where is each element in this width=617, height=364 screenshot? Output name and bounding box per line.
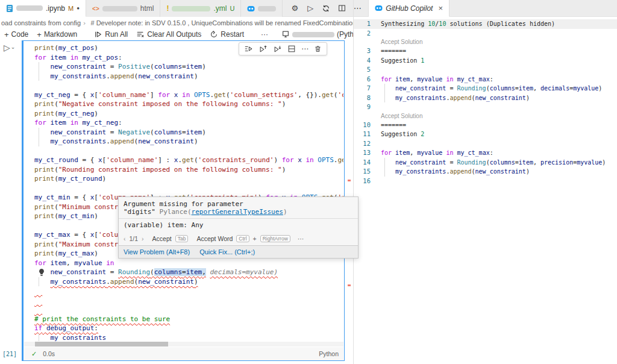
variable-info: (variable) item: Any bbox=[124, 221, 353, 229]
run-cell-button[interactable]: ▷ ⌄ bbox=[4, 43, 15, 52]
line-number: 1 bbox=[354, 19, 371, 29]
code-line[interactable] bbox=[34, 296, 343, 306]
add-code-cell-button[interactable]: + Code bbox=[4, 30, 28, 39]
code-line[interactable]: 12 bbox=[354, 139, 617, 149]
tab-notebook[interactable]: .ipynb M ● bbox=[0, 0, 86, 17]
code-line[interactable] bbox=[34, 184, 343, 193]
line-number: 14 bbox=[354, 158, 371, 168]
restart-kernel-button[interactable]: Restart bbox=[210, 30, 244, 39]
notebook-icon bbox=[6, 4, 13, 13]
code-line[interactable]: 15 my_constraints.append(new_constraint) bbox=[354, 167, 617, 177]
code-line[interactable]: for item in my_ct_pos: bbox=[34, 53, 343, 63]
code-line[interactable]: 13for item, myvalue in my_ct_max: bbox=[354, 148, 617, 158]
line-number: 8 bbox=[354, 93, 371, 103]
code-line[interactable]: if debug_output: bbox=[34, 324, 343, 333]
code-line[interactable]: print(my_ct_neg) bbox=[34, 109, 343, 119]
code-line[interactable]: 3======= bbox=[354, 46, 617, 56]
accept-solution-codelens[interactable]: Accept Solution bbox=[381, 38, 617, 46]
code-line[interactable]: new_constraint = Positive(columns=item) bbox=[34, 62, 343, 72]
add-markdown-cell-button[interactable]: + Markdown bbox=[37, 30, 77, 39]
code-line[interactable]: new_constraint = Rounding(columns=item, … bbox=[34, 268, 343, 277]
scrollbar-thumb[interactable] bbox=[35, 342, 168, 347]
tab-copilot-doc[interactable] bbox=[241, 0, 283, 17]
run-all-button[interactable]: Run All bbox=[94, 30, 128, 39]
overview-ruler-error-mark bbox=[348, 180, 351, 181]
code-line[interactable]: print("Negative constraint imposed on th… bbox=[34, 99, 343, 109]
code-line[interactable] bbox=[34, 286, 343, 296]
tab-github-copilot[interactable]: GitHub Copilot × bbox=[369, 0, 449, 17]
code-line[interactable]: 9 bbox=[354, 102, 617, 112]
code-file-icon: <> bbox=[92, 5, 99, 12]
gear-icon[interactable]: ⚙ bbox=[290, 4, 299, 13]
code-line[interactable]: my_constraints.append(new_constraint) bbox=[34, 277, 343, 287]
tab-yml[interactable]: ! .yml U bbox=[160, 0, 241, 17]
split-editor-icon[interactable] bbox=[337, 4, 346, 13]
run-all-icon bbox=[94, 30, 102, 39]
code-line[interactable]: 11Suggestion 2 bbox=[354, 130, 617, 139]
inline-suggestion-toolbar: ‹ 1/1 › Accept Tab Accept Word Ctrl + Ri… bbox=[119, 233, 358, 245]
line-number: 9 bbox=[354, 102, 371, 112]
code-line[interactable]: my_ct_neg = { x['column_name'] for x in … bbox=[34, 90, 343, 100]
dirty-dot-icon[interactable]: ● bbox=[77, 5, 80, 11]
code-line[interactable]: 1Synthesizing 10/10 solutions (Duplicate… bbox=[354, 19, 617, 29]
code-line[interactable]: for item, myvalue in bbox=[34, 259, 343, 268]
code-line[interactable]: # print the constraints to be sure bbox=[34, 315, 343, 324]
close-icon[interactable]: × bbox=[438, 4, 443, 13]
code-line[interactable]: 10======= bbox=[354, 121, 617, 130]
copilot-suggestions-editor[interactable]: 1Synthesizing 10/10 solutions (Duplicate… bbox=[354, 17, 617, 364]
code-line[interactable]: for item in my_ct_neg: bbox=[34, 118, 343, 128]
view-problem-link[interactable]: View Problem (Alt+F8) bbox=[124, 248, 190, 256]
editor-actions: ⚙ ▷ ⋯ bbox=[284, 0, 368, 16]
copilot-icon bbox=[247, 5, 255, 13]
horizontal-scrollbar[interactable] bbox=[24, 342, 343, 347]
code-line[interactable]: 16 bbox=[354, 177, 617, 186]
redacted-filename bbox=[258, 6, 276, 11]
line-number: 10 bbox=[354, 121, 371, 130]
accept-button[interactable]: Accept bbox=[152, 235, 172, 242]
line-number: 6 bbox=[354, 75, 371, 84]
accept-solution-codelens[interactable]: Accept Solution bbox=[381, 112, 617, 121]
diagnostic-source: "digits" Pylance(reportGeneralTypeIssues… bbox=[124, 208, 353, 216]
more-actions-icon[interactable]: ⋯ bbox=[352, 4, 362, 13]
editor-tab-bar: .ipynb M ● <> html ! .yml U ⚙ ▷ ⋯ bbox=[0, 0, 617, 17]
line-number: 11 bbox=[354, 130, 371, 139]
code-line[interactable] bbox=[34, 81, 343, 90]
code-line[interactable] bbox=[34, 305, 343, 315]
code-line[interactable]: 6for item, myvalue in my_ct_max: bbox=[354, 75, 617, 84]
code-line[interactable] bbox=[34, 146, 343, 156]
run-icon[interactable]: ▷ bbox=[305, 4, 315, 13]
cell-language-picker[interactable]: Python bbox=[319, 350, 339, 357]
tab-html[interactable]: <> html bbox=[86, 0, 160, 17]
code-line[interactable]: my_constraints bbox=[34, 333, 343, 342]
rightarrow-keycap: RightArrow bbox=[260, 235, 290, 242]
prev-suggestion-icon[interactable]: ‹ bbox=[124, 235, 126, 242]
diagnostic-message: Argument missing for parameter bbox=[124, 200, 353, 208]
code-line[interactable]: my_constraints.append(new_constraint) bbox=[34, 137, 343, 146]
code-line[interactable]: print(my_ct_pos) bbox=[34, 43, 343, 53]
code-line[interactable]: 14 new_constraint = Rounding(columns=ite… bbox=[354, 158, 617, 168]
more-icon[interactable]: ··· bbox=[298, 235, 304, 242]
code-line[interactable]: 5 bbox=[354, 65, 617, 75]
code-line[interactable]: my_ct_round = { x['column_name'] : x.get… bbox=[34, 155, 343, 165]
quick-fix-link[interactable]: Quick Fix... (Ctrl+;) bbox=[199, 248, 255, 256]
line-number: 12 bbox=[354, 139, 371, 149]
breadcrumb-section[interactable]: oad constraints from config bbox=[1, 19, 81, 27]
next-suggestion-icon[interactable]: › bbox=[142, 235, 144, 242]
cell-code-lines[interactable]: print(my_ct_pos)for item in my_ct_pos: n… bbox=[34, 43, 343, 341]
code-line[interactable]: my_constraints.append(new_constraint) bbox=[34, 72, 343, 81]
code-line[interactable]: 2 bbox=[354, 29, 617, 39]
lightbulb-icon[interactable] bbox=[38, 268, 45, 277]
sync-icon[interactable] bbox=[321, 4, 331, 13]
code-line[interactable]: 8 my_constraints.append(new_constraint) bbox=[354, 93, 617, 103]
code-line[interactable]: 4Suggestion 1 bbox=[354, 56, 617, 66]
code-line[interactable]: 7 new_constraint = Rounding(columns=item… bbox=[354, 84, 617, 93]
diagnostic-code-link[interactable]: reportGeneralTypeIssues bbox=[192, 208, 283, 216]
code-line[interactable]: new_constraint = Negative(columns=item) bbox=[34, 128, 343, 137]
suggestion-count: 1/1 bbox=[130, 235, 139, 242]
code-line[interactable]: print("Rounding constraint imposed on th… bbox=[34, 165, 343, 175]
code-line[interactable]: print(my_ct_round) bbox=[34, 174, 343, 184]
more-actions-button[interactable]: ··· bbox=[261, 30, 268, 39]
accept-word-button[interactable]: Accept Word bbox=[196, 235, 233, 242]
clear-all-outputs-button[interactable]: Clear All Outputs bbox=[136, 30, 201, 39]
breadcrumb-cell[interactable]: # Developer note: in SDV 0.15.0 , Unique… bbox=[90, 19, 353, 27]
